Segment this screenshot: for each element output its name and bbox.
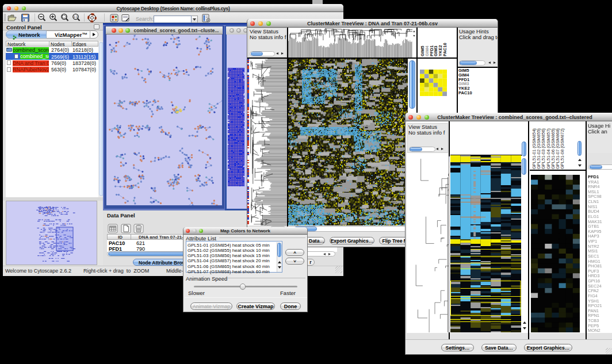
svg-text:1:1: 1:1	[74, 15, 78, 18]
